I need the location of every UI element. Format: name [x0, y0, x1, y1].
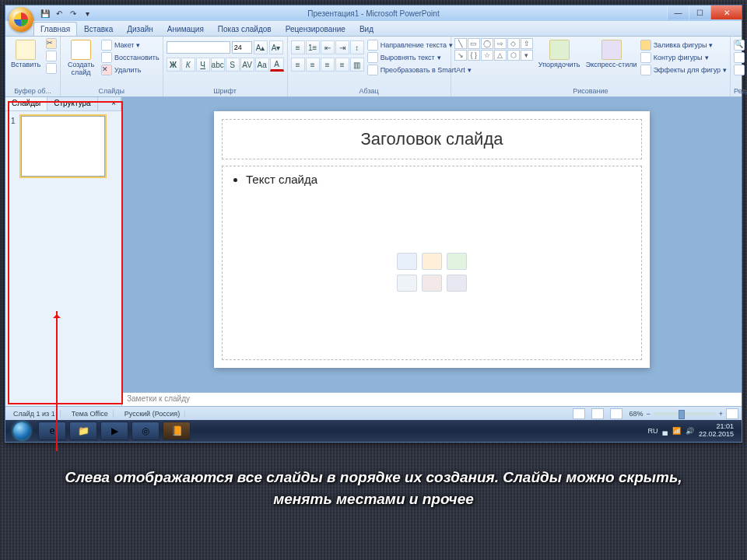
ribbon-tabs: Главная Вставка Дизайн Анимация Показ сл…	[5, 21, 742, 37]
fit-window-button[interactable]	[726, 408, 738, 419]
arrange-button[interactable]: Упорядочить	[536, 38, 583, 69]
tab-home[interactable]: Главная	[33, 22, 77, 36]
start-button[interactable]	[9, 422, 35, 440]
sorter-view-button[interactable]	[591, 408, 604, 419]
slide-thumbnail[interactable]	[21, 116, 105, 177]
group-slides: Создать слайд Макет ▾ Восстановить ✕Удал…	[61, 37, 163, 96]
shrink-font-icon[interactable]: A▾	[269, 40, 283, 54]
clipboard-label: Буфер об...	[9, 86, 57, 96]
tab-view[interactable]: Вид	[352, 22, 381, 36]
tray-sound-icon[interactable]: 🔊	[686, 427, 694, 435]
align-right-button[interactable]: ≡	[321, 58, 335, 72]
indent-inc-button[interactable]: ⇥	[335, 40, 349, 54]
tab-animation[interactable]: Анимация	[160, 22, 211, 36]
taskbar-chrome-icon[interactable]: ◎	[132, 422, 160, 440]
quick-styles-button[interactable]: Экспресс-стили	[586, 38, 637, 69]
zoom-slider[interactable]	[654, 412, 716, 415]
theme-name: Тема Office	[67, 410, 114, 418]
drawing-label: Рисование	[454, 86, 727, 96]
slideshow-view-button[interactable]	[610, 408, 622, 419]
slide-canvas[interactable]: Заголовок слайда Текст слайда	[214, 111, 650, 368]
font-color-button[interactable]: A	[270, 58, 284, 72]
language-indicator[interactable]: Русский (Россия)	[120, 410, 185, 418]
system-tray: RU ▄ 📶 🔊 21:01 22.02.2015	[648, 423, 738, 439]
copy-icon[interactable]	[46, 51, 57, 61]
taskbar-ie-icon[interactable]: e	[38, 422, 66, 440]
slides-tab[interactable]: Слайды	[5, 97, 47, 110]
shape-outline-button[interactable]: Контур фигуры ▾	[640, 52, 727, 63]
tab-design[interactable]: Дизайн	[120, 22, 160, 36]
windows-orb-icon	[13, 422, 30, 439]
select-button[interactable]: Выделить ▾	[734, 65, 747, 75]
tray-clock[interactable]: 21:01 22.02.2015	[699, 423, 734, 439]
paragraph-label: Абзац	[291, 86, 447, 96]
taskbar-powerpoint-icon[interactable]: 📙	[163, 422, 191, 440]
tray-lang[interactable]: RU	[648, 427, 658, 435]
new-slide-icon	[71, 40, 91, 60]
insert-chart-icon[interactable]	[422, 253, 442, 270]
shadow-button[interactable]: S	[226, 58, 240, 72]
group-drawing: ╲▭◯⇨◇⇧ ↘{ }☆△⬡▾ Упорядочить Экспресс-сти…	[451, 37, 731, 96]
normal-view-button[interactable]	[573, 408, 585, 419]
strike-button[interactable]: abc	[211, 58, 225, 72]
underline-button[interactable]: Ч	[196, 58, 210, 72]
outline-tab[interactable]: Структура	[47, 97, 97, 110]
italic-button[interactable]: К	[181, 58, 195, 72]
group-font: A▴ A▾ Ж К Ч abc S AV Aa A Шрифт	[163, 37, 288, 96]
replace-button[interactable]: Заменить ▾	[734, 52, 747, 63]
grow-font-icon[interactable]: A▴	[254, 40, 268, 54]
new-slide-button[interactable]: Создать слайд	[64, 38, 98, 77]
slide-counter: Слайд 1 из 1	[9, 410, 61, 418]
thumbnails-area[interactable]	[5, 111, 121, 406]
bold-button[interactable]: Ж	[167, 58, 181, 72]
justify-button[interactable]: ≡	[335, 58, 349, 72]
tab-insert[interactable]: Вставка	[77, 22, 120, 36]
taskbar-media-icon[interactable]: ▶	[100, 422, 128, 440]
font-family-input[interactable]	[167, 41, 230, 54]
columns-button[interactable]: ▥	[350, 58, 364, 72]
group-editing: 🔍Найти Заменить ▾ Выделить ▾ Редактирова…	[731, 37, 747, 96]
font-label: Шрифт	[167, 86, 284, 96]
tray-flag-icon[interactable]: ▄	[663, 427, 668, 435]
shape-effects-button[interactable]: Эффекты для фигур ▾	[640, 65, 727, 75]
annotation-arrow	[56, 311, 58, 451]
zoom-in-button[interactable]: +	[719, 410, 723, 418]
reset-button[interactable]: Восстановить	[101, 52, 160, 63]
find-button[interactable]: 🔍Найти	[734, 40, 747, 51]
insert-clipart-icon[interactable]	[422, 275, 442, 292]
shape-fill-button[interactable]: Заливка фигуры ▾	[640, 40, 727, 51]
bullets-button[interactable]: ≡	[291, 40, 305, 54]
cut-icon[interactable]: ✂	[46, 38, 57, 49]
line-spacing-button[interactable]: ↕	[350, 40, 364, 54]
content-placeholder[interactable]: Текст слайда	[222, 166, 642, 360]
delete-slide-button[interactable]: ✕Удалить	[101, 65, 160, 75]
indent-dec-button[interactable]: ⇤	[321, 40, 335, 54]
format-painter-icon[interactable]	[46, 63, 57, 74]
taskbar-explorer-icon[interactable]: 📁	[69, 422, 97, 440]
insert-picture-icon[interactable]	[397, 275, 417, 292]
tab-review[interactable]: Рецензирование	[279, 22, 352, 36]
office-button[interactable]	[9, 7, 33, 32]
zoom-out-button[interactable]: −	[646, 410, 650, 418]
insert-smartart-icon[interactable]	[447, 253, 467, 270]
font-size-input[interactable]	[232, 41, 252, 54]
title-placeholder[interactable]: Заголовок слайда	[222, 119, 642, 159]
delete-icon: ✕	[101, 65, 112, 75]
align-left-button[interactable]: ≡	[291, 58, 305, 72]
change-case-button[interactable]: Aa	[255, 58, 269, 72]
tray-network-icon[interactable]: 📶	[672, 427, 681, 435]
layout-button[interactable]: Макет ▾	[101, 40, 160, 51]
workspace: Слайды Структура × Заголовок слайда Текс…	[5, 97, 742, 406]
insert-media-icon[interactable]	[447, 275, 467, 292]
tab-slideshow[interactable]: Показ слайдов	[211, 22, 279, 36]
replace-icon	[734, 52, 745, 63]
numbering-button[interactable]: 1≡	[306, 40, 320, 54]
group-clipboard: Вставить ✂ Буфер об...	[5, 37, 61, 96]
insert-table-icon[interactable]	[397, 253, 417, 270]
char-spacing-button[interactable]: AV	[240, 58, 254, 72]
paste-button[interactable]: Вставить	[9, 38, 43, 69]
close-pane-button[interactable]: ×	[107, 97, 121, 110]
shapes-gallery[interactable]: ╲▭◯⇨◇⇧ ↘{ }☆△⬡▾	[454, 38, 533, 61]
align-center-button[interactable]: ≡	[306, 58, 320, 72]
notes-pane[interactable]: Заметки к слайду	[122, 392, 742, 406]
